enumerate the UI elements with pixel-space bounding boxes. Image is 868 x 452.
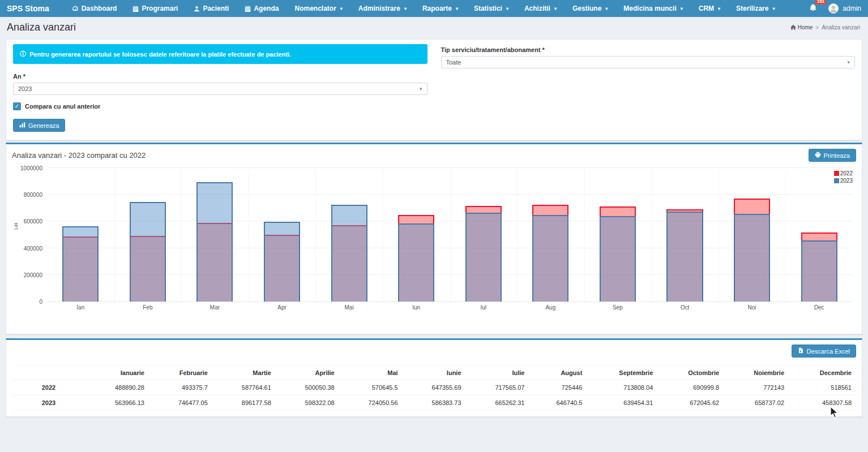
content-header: Analiza vanzari Home > Analiza vanzari xyxy=(0,17,868,37)
sales-table: IanuarieFebruarieMartieAprilieMaiIunieIu… xyxy=(12,365,856,411)
table-panel: Descarca Excel IanuarieFebruarieMartieAp… xyxy=(6,338,862,417)
x-tick-label: Iul xyxy=(450,304,517,311)
chart-title: Analiza vanzari - 2023 comparat cu 2022 xyxy=(12,151,146,160)
bar-cell-oct xyxy=(651,169,719,302)
sales-chart: Lei 02000004000006000008000001000000 202… xyxy=(14,169,853,312)
menu-item-label: Dashboard xyxy=(82,5,117,12)
bar-cell-dec xyxy=(785,169,853,302)
compare-checkbox[interactable]: ✓ Compara cu anul anterior xyxy=(13,102,427,110)
menu-item-administrare[interactable]: Administrare▾ xyxy=(350,0,414,17)
generate-button[interactable]: Genereaza xyxy=(13,119,65,132)
x-tick-label: Mar xyxy=(181,304,249,311)
column-header-februarie: Februarie xyxy=(149,366,212,380)
year-label: An * xyxy=(13,73,427,80)
notifications-button[interactable]: 101 xyxy=(807,2,819,15)
bar-2023-dec xyxy=(801,240,837,302)
menu-item-statistici[interactable]: Statistici▾ xyxy=(466,0,516,17)
y-tick-label: 400000 xyxy=(24,246,42,252)
excel-file-icon xyxy=(798,347,804,355)
bar-2023-iul xyxy=(465,213,502,302)
menu-item-label: Agenda xyxy=(254,5,279,12)
column-header-iunie: Iunie xyxy=(403,366,466,380)
chevron-down-icon: ▾ xyxy=(772,6,775,11)
legend-entry-2022: 2022 xyxy=(834,170,853,177)
chart-panel: Analiza vanzari - 2023 comparat cu 2022 … xyxy=(6,143,862,334)
menu-item-sterilizare[interactable]: Sterilizare▾ xyxy=(728,0,783,17)
y-tick-label: 0 xyxy=(39,299,42,305)
table-cell: 493375.7 xyxy=(149,380,212,395)
checkbox-checked-icon: ✓ xyxy=(13,102,21,110)
menu-item-programari[interactable]: Programari xyxy=(125,0,186,17)
printer-icon xyxy=(815,152,821,159)
menu-item-label: Gestiune xyxy=(572,5,601,12)
column-header-decembrie: Decembrie xyxy=(789,366,856,380)
table-header-row: IanuarieFebruarieMartieAprilieMaiIunieIu… xyxy=(12,366,856,380)
y-tick-label: 1000000 xyxy=(20,165,42,171)
menu-item-dashboard[interactable]: Dashboard xyxy=(64,0,125,17)
table-cell: 500050.38 xyxy=(276,380,339,395)
bar-cell-mar xyxy=(181,169,249,302)
user-menu[interactable]: admin xyxy=(828,3,861,14)
app-brand[interactable]: SPS Stoma xyxy=(7,4,49,13)
menu-item-agenda[interactable]: Agenda xyxy=(237,0,287,17)
x-tick-label: Iun xyxy=(383,304,450,311)
x-tick-label: Apr xyxy=(249,304,316,311)
bar-cell-feb xyxy=(114,169,182,302)
bar-cell-iul xyxy=(450,169,517,302)
gridline xyxy=(47,167,853,168)
bar-2023-oct xyxy=(666,212,703,302)
table-cell: 598322.08 xyxy=(276,395,339,411)
breadcrumb-home-link[interactable]: Home xyxy=(790,24,813,31)
bar-2023-aug xyxy=(532,215,568,302)
bar-cell-apr xyxy=(249,169,316,302)
chevron-down-icon: ▾ xyxy=(420,86,422,92)
chevron-down-icon: ▾ xyxy=(718,6,720,11)
legend-label: 2023 xyxy=(840,177,853,184)
x-tick-label: Dec xyxy=(785,304,853,311)
table-cell: 665262.31 xyxy=(466,395,529,411)
download-excel-button[interactable]: Descarca Excel xyxy=(792,345,856,358)
menu-item-label: CRM xyxy=(699,5,714,12)
bar-2023-mai xyxy=(331,205,367,302)
table-cell: 725446 xyxy=(529,380,587,395)
info-icon: ⓘ xyxy=(20,50,26,58)
menu-item-achizitii[interactable]: Achizitii▾ xyxy=(516,0,565,17)
legend-swatch-2022 xyxy=(834,171,839,176)
chevron-down-icon: ▾ xyxy=(340,6,343,11)
menu-item-rapoarte[interactable]: Rapoarte▾ xyxy=(414,0,466,17)
y-tick-label: 200000 xyxy=(24,272,42,278)
table-cell: 488890.28 xyxy=(85,380,149,395)
breadcrumb-separator: > xyxy=(815,24,819,31)
table-cell: 672045.62 xyxy=(657,395,724,411)
legend-entry-2023: 2023 xyxy=(834,177,853,184)
table-row-2023: 2023563966.13746477.05896177.58598322.08… xyxy=(12,395,856,411)
bar-cell-mai xyxy=(315,169,383,302)
menu-item-pacienti[interactable]: Pacienti xyxy=(186,0,237,17)
bar-2023-ian xyxy=(62,226,99,302)
main-menu: DashboardProgramariPacientiAgendaNomencl… xyxy=(64,0,783,17)
compare-checkbox-label: Compara cu anul anterior xyxy=(25,103,100,110)
print-button[interactable]: Printeaza xyxy=(809,149,856,162)
menu-item-nomenclator[interactable]: Nomenclator▾ xyxy=(287,0,350,17)
menu-item-label: Pacienti xyxy=(203,5,229,12)
top-navbar: SPS Stoma DashboardProgramariPacientiAge… xyxy=(0,0,868,17)
chevron-down-icon: ▾ xyxy=(506,6,508,11)
menu-item-label: Nomenclator xyxy=(294,5,336,12)
menu-item-gestiune[interactable]: Gestiune▾ xyxy=(565,0,615,17)
menu-item-crm[interactable]: CRM▾ xyxy=(691,0,728,17)
table-cell: 647355.69 xyxy=(403,380,466,395)
year-select[interactable]: 2023 ▾ xyxy=(13,83,427,95)
breadcrumb-current: Analiza vanzari xyxy=(822,24,860,31)
table-cell: 587764.61 xyxy=(212,380,276,395)
legend-label: 2022 xyxy=(840,170,853,177)
chevron-down-icon: ▾ xyxy=(456,6,458,11)
service-type-select[interactable]: Toate ▾ xyxy=(441,56,856,68)
menu-item-medicina-muncii[interactable]: Medicina muncii▾ xyxy=(615,0,690,17)
table-cell: 772143 xyxy=(724,380,789,395)
table-cell: 518561 xyxy=(789,380,856,395)
column-header-iulie: Iulie xyxy=(466,366,529,380)
table-cell: 646740.5 xyxy=(529,395,587,411)
x-tick-label: Mai xyxy=(315,304,383,311)
menu-item-label: Rapoarte xyxy=(422,5,452,12)
bar-cell-aug xyxy=(517,169,584,302)
